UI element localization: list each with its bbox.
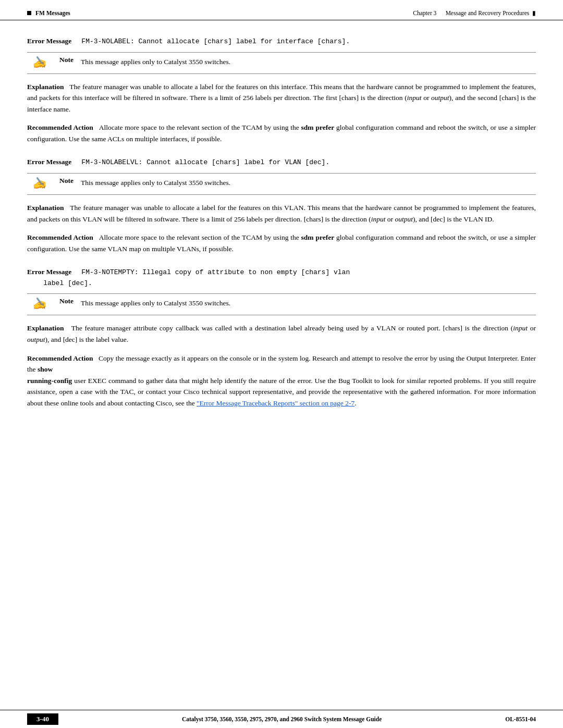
footer-doc-number: OL-8551-04 [505, 716, 536, 722]
page-header: FM Messages Chapter 3 Message and Recove… [0, 0, 563, 20]
error-code-nolabelvl: FM-3-NOLABELVL: Cannot allocate [chars] … [74, 158, 329, 166]
page-footer: 3-40 Catalyst 3750, 3560, 3550, 2975, 29… [0, 710, 563, 728]
pencil-icon-2: ✍ [33, 177, 47, 190]
note-icon-col-3: ✍ [27, 297, 52, 312]
header-chapter: Chapter 3 [413, 10, 436, 16]
explanation-3: Explanation The feature manager attribut… [27, 323, 536, 345]
error-code-notempty: FM-3-NOTEMPTY: Illegal copy of attribute… [27, 268, 350, 287]
note-label-3: Note [59, 297, 74, 305]
footer-center-text: Catalyst 3750, 3560, 3550, 2975, 2970, a… [58, 716, 505, 722]
error-message-nolabel: Error Message FM-3-NOLABEL: Cannot alloc… [27, 36, 536, 47]
explanation-1: Explanation The feature manager was unab… [27, 81, 536, 115]
note-box-3: ✍ Note This message applies only to Cata… [27, 293, 536, 315]
header-left: FM Messages [27, 10, 70, 16]
error-message-label-1: Error Message [27, 37, 71, 45]
error-message-label-2: Error Message [27, 158, 71, 166]
error-block-notempty: Error Message FM-3-NOTEMPTY: Illegal cop… [27, 267, 536, 409]
error-block-nolabelvl: Error Message FM-3-NOLABELVL: Cannot all… [27, 157, 536, 254]
recommended-2: Recommended Action Allocate more space t… [27, 232, 536, 254]
note-box-1: ✍ Note This message applies only to Cata… [27, 52, 536, 74]
header-square-icon [27, 11, 31, 15]
pencil-icon-3: ✍ [33, 297, 47, 311]
note-text-2: This message applies only to Catalyst 35… [81, 177, 230, 188]
error-message-label-3: Error Message [27, 268, 71, 276]
traceback-link[interactable]: "Error Message Traceback Reports" sectio… [197, 399, 354, 407]
explanation-2: Explanation The feature manager was unab… [27, 202, 536, 225]
note-label-1: Note [59, 56, 74, 64]
note-text-1: This message applies only to Catalyst 35… [81, 56, 230, 67]
error-code-nolabel: FM-3-NOLABEL: Cannot allocate [chars] la… [74, 38, 350, 45]
note-text-3: This message applies only to Catalyst 35… [81, 297, 230, 309]
page-number: 3-40 [27, 713, 58, 725]
header-right: Chapter 3 Message and Recovery Procedure… [413, 9, 536, 17]
note-label-2: Note [59, 177, 74, 185]
error-block-nolabel: Error Message FM-3-NOLABEL: Cannot alloc… [27, 36, 536, 144]
page-content: Error Message FM-3-NOLABEL: Cannot alloc… [0, 20, 563, 710]
note-icon-col-1: ✍ [27, 56, 52, 70]
header-section-label: FM Messages [35, 10, 70, 16]
note-box-2: ✍ Note This message applies only to Cata… [27, 173, 536, 195]
page-container: FM Messages Chapter 3 Message and Recove… [0, 0, 563, 728]
error-message-nolabelvl: Error Message FM-3-NOLABELVL: Cannot all… [27, 157, 536, 168]
pencil-icon-1: ✍ [33, 56, 47, 69]
header-title: Message and Recovery Procedures [446, 10, 530, 16]
recommended-3: Recommended Action Copy the message exac… [27, 353, 536, 409]
note-icon-col-2: ✍ [27, 177, 52, 191]
recommended-1: Recommended Action Allocate more space t… [27, 122, 536, 144]
error-message-notempty: Error Message FM-3-NOTEMPTY: Illegal cop… [27, 267, 536, 288]
